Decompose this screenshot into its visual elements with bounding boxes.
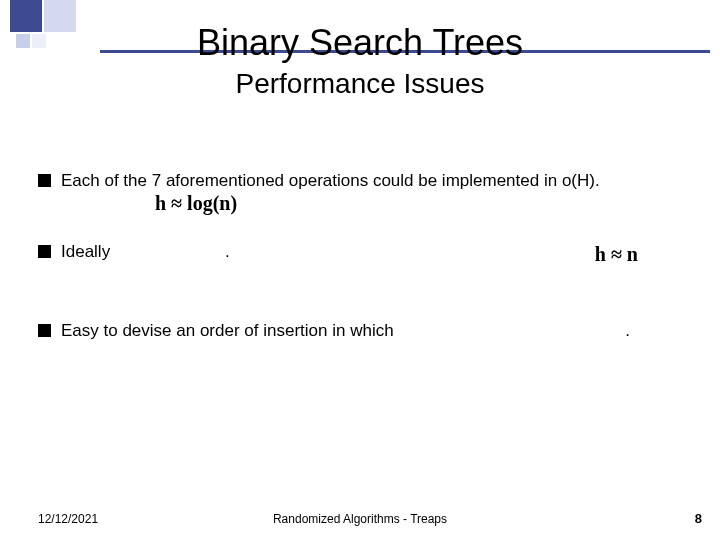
formula-right: h ≈ n	[595, 241, 638, 268]
bullet-trail: .	[225, 242, 230, 261]
bullet-text: Ideally	[61, 242, 110, 261]
bullet-marker-icon	[38, 245, 51, 258]
bullet-marker-icon	[38, 174, 51, 187]
bullet-text: Each of the 7 aforementioned operations …	[61, 171, 600, 190]
slide: Binary Search Trees Performance Issues E…	[0, 0, 720, 540]
formula-overlay: h ≈ log(n)	[155, 190, 237, 217]
slide-body: Each of the 7 aforementioned operations …	[38, 170, 678, 391]
slide-subtitle: Performance Issues	[0, 68, 720, 100]
bullet-text: Easy to devise an order of insertion in …	[61, 321, 394, 340]
bullet-marker-icon	[38, 324, 51, 337]
footer-center: Randomized Algorithms - Treaps	[0, 512, 720, 526]
footer-page-number: 8	[695, 511, 702, 526]
slide-title: Binary Search Trees	[0, 22, 720, 64]
bullet-item: Each of the 7 aforementioned operations …	[38, 170, 678, 193]
bullet-item: Easy to devise an order of insertion in …	[38, 320, 678, 343]
bullet-item: Ideally . h ≈ n	[38, 241, 678, 264]
bullet-trail: .	[625, 320, 630, 343]
